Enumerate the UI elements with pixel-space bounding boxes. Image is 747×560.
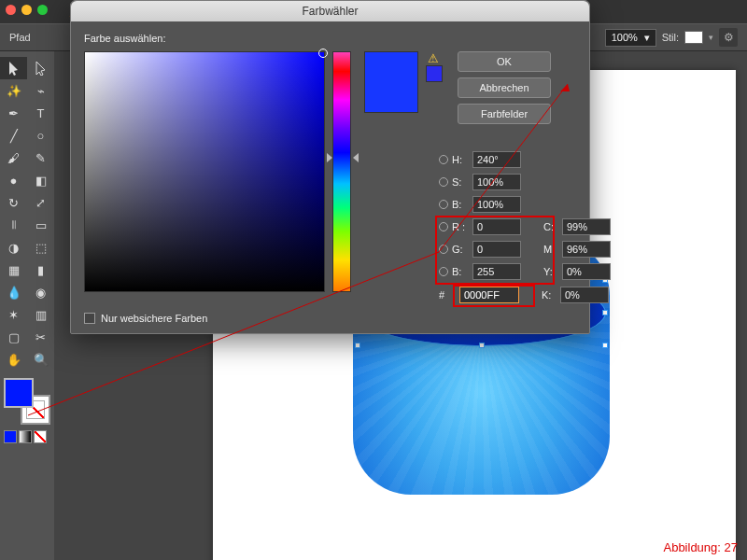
style-label: Stil: — [662, 32, 679, 43]
zoom-window-icon[interactable] — [37, 5, 48, 15]
direct-selection-tool[interactable] — [27, 57, 54, 79]
column-graph-tool[interactable]: ▥ — [27, 303, 54, 326]
hue-indicator-icon — [353, 153, 359, 162]
type-tool[interactable]: T — [27, 102, 54, 124]
style-swatch[interactable] — [684, 31, 703, 44]
sat-input[interactable] — [472, 174, 521, 190]
g-input[interactable] — [472, 241, 521, 258]
lasso-tool[interactable]: ⌁ — [27, 79, 54, 102]
eraser-tool[interactable]: ◧ — [27, 169, 54, 191]
pen-tool[interactable]: ✒ — [0, 102, 27, 124]
selection-type-label: Pfad — [9, 32, 31, 43]
eyedropper-tool[interactable]: 💧 — [0, 281, 27, 303]
bbox-handle[interactable] — [602, 343, 608, 348]
artboard-tool[interactable]: ▢ — [0, 326, 27, 348]
minimize-window-icon[interactable] — [21, 5, 32, 15]
rotate-tool[interactable]: ↻ — [0, 191, 27, 214]
color-mode-gradient[interactable] — [19, 430, 32, 443]
symbol-sprayer-tool[interactable]: ✶ — [0, 303, 27, 326]
saturation-value-field[interactable] — [84, 51, 325, 292]
close-window-icon[interactable] — [6, 5, 16, 15]
color-value-fields: H: S: B: R :C: G:M: B:Y: #K: — [439, 148, 654, 303]
pencil-tool[interactable]: ✎ — [27, 147, 54, 169]
c-input[interactable] — [562, 218, 611, 235]
bbox-handle[interactable] — [479, 343, 485, 348]
free-transform-tool[interactable]: ▭ — [27, 214, 54, 236]
out-of-gamut-swatch[interactable] — [426, 65, 443, 82]
paintbrush-tool[interactable]: 🖌 — [0, 147, 27, 169]
websafe-checkbox-row[interactable]: Nur websichere Farben — [84, 313, 207, 324]
slice-tool[interactable]: ✂ — [27, 326, 54, 348]
magic-wand-tool[interactable]: ✨ — [0, 79, 27, 102]
hue-indicator-icon — [327, 153, 332, 162]
selection-tool[interactable] — [0, 57, 27, 79]
b-input[interactable] — [472, 263, 521, 280]
window-controls — [6, 5, 48, 15]
fill-stroke-proxy[interactable] — [4, 378, 50, 425]
hand-tool[interactable]: ✋ — [0, 348, 27, 371]
sv-cursor-icon — [318, 49, 328, 58]
gradient-tool[interactable]: ▮ — [27, 259, 54, 281]
r-radio[interactable] — [439, 222, 448, 231]
hue-radio[interactable] — [439, 155, 448, 164]
color-preview — [364, 51, 418, 113]
k-input[interactable] — [560, 287, 609, 303]
sat-radio[interactable] — [439, 177, 448, 187]
zoom-tool[interactable]: 🔍 — [27, 348, 54, 371]
perspective-tool[interactable]: ⬚ — [27, 236, 54, 259]
gear-icon[interactable]: ⚙ — [719, 28, 738, 47]
ellipse-tool[interactable]: ○ — [27, 124, 54, 147]
ok-button[interactable]: OK — [458, 51, 551, 72]
color-mode-solid[interactable] — [4, 430, 17, 443]
bbox-handle[interactable] — [602, 310, 608, 315]
m-input[interactable] — [562, 241, 611, 258]
opacity-dropdown[interactable]: 100%▾ — [605, 29, 656, 47]
blob-brush-tool[interactable]: ● — [0, 169, 27, 191]
b-radio[interactable] — [439, 267, 448, 276]
g-radio[interactable] — [439, 245, 448, 254]
bbox-handle[interactable] — [355, 343, 360, 348]
color-picker-dialog: Farbwähler Farbe auswählen: ⚠ OK Abbrech… — [70, 0, 590, 334]
y-input[interactable] — [562, 263, 611, 280]
hue-input[interactable] — [472, 151, 521, 168]
dialog-title: Farbwähler — [71, 1, 589, 21]
width-tool[interactable]: ⫴ — [0, 214, 27, 236]
websafe-checkbox[interactable] — [84, 313, 95, 324]
bri-input[interactable] — [472, 196, 521, 213]
scale-tool[interactable]: ⤢ — [27, 191, 54, 214]
warning-icon[interactable]: ⚠ — [428, 51, 439, 65]
color-mode-buttons — [4, 430, 54, 443]
blend-tool[interactable]: ◉ — [27, 281, 54, 303]
hue-slider[interactable] — [332, 51, 351, 292]
fill-color-box[interactable] — [4, 378, 34, 408]
color-mode-none[interactable] — [34, 430, 47, 443]
dialog-prompt: Farbe auswählen: — [84, 33, 576, 44]
tools-panel: ✨⌁ ✒T ╱○ 🖌✎ ●◧ ↻⤢ ⫴▭ ◑⬚ ▦▮ 💧◉ ✶▥ ▢✂ ✋🔍 — [0, 51, 54, 560]
figure-caption: Abbildung: 27 — [663, 540, 738, 554]
chevron-down-icon[interactable]: ▾ — [709, 33, 713, 42]
hex-input[interactable] — [459, 287, 519, 303]
bri-radio[interactable] — [439, 200, 448, 209]
shape-builder-tool[interactable]: ◑ — [0, 236, 27, 259]
r-input[interactable] — [472, 218, 521, 235]
cancel-button[interactable]: Abbrechen — [458, 77, 551, 98]
websafe-label: Nur websichere Farben — [101, 313, 207, 324]
line-tool[interactable]: ╱ — [0, 124, 27, 147]
swatches-button[interactable]: Farbfelder — [458, 104, 551, 124]
mesh-tool[interactable]: ▦ — [0, 259, 27, 281]
